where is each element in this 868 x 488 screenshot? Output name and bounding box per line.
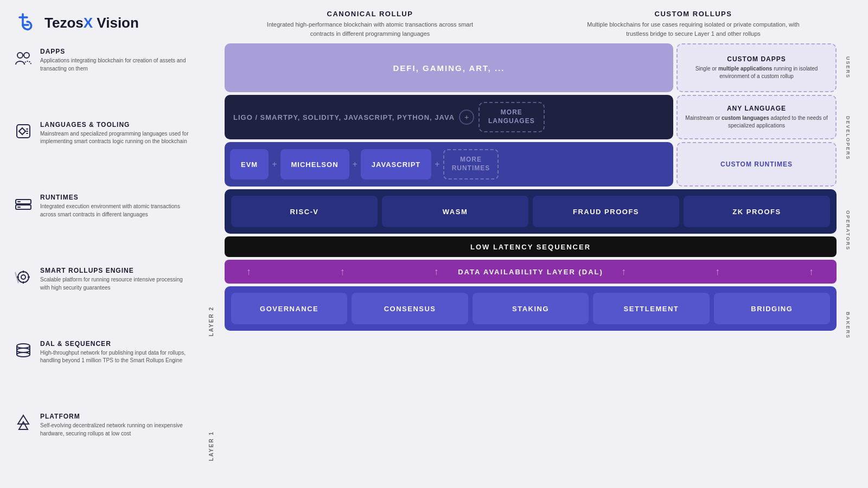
sidebar-desc-languages: Mainstream and specialized programming l… bbox=[40, 130, 191, 146]
layer1-label: LAYER 1 bbox=[208, 431, 214, 461]
dal-icon bbox=[13, 340, 34, 361]
runtime-michelson: MICHELSON bbox=[280, 149, 349, 179]
header-columns: CANONICAL ROLLUP Integrated high-perform… bbox=[165, 10, 855, 38]
logo-area: TezosX Vision bbox=[13, 10, 165, 36]
custom-dapps-desc-bold: multiple applications bbox=[718, 66, 772, 72]
layer1-block: GOVERNANCE CONSENSUS STAKING SETTLEMENT bbox=[225, 286, 837, 331]
sidebar-title-languages: LANGUAGES & TOOLING bbox=[40, 121, 191, 129]
canonical-dapps: DEFI, GAMING, ART, ... bbox=[225, 43, 673, 92]
svg-point-15 bbox=[17, 352, 30, 357]
svg-point-0 bbox=[17, 53, 23, 58]
rollups-row: RISC-V WASM FRAUD PROOFS ZK PROOFS bbox=[225, 189, 837, 234]
header: TezosX Vision CANONICAL ROLLUP Integrate… bbox=[13, 10, 855, 38]
more-languages-text: MORELANGUAGES bbox=[488, 108, 535, 125]
dapps-row: DEFI, GAMING, ART, ... CUSTOM DAPPS Sing… bbox=[225, 43, 837, 92]
runtime-evm: EVM bbox=[230, 149, 269, 179]
svg-marker-17 bbox=[19, 422, 28, 429]
sidebar-item-runtimes: RUNTIMES Integrated execution environmen… bbox=[13, 189, 191, 262]
more-languages-block: MORELANGUAGES bbox=[478, 102, 545, 132]
dapps-icon bbox=[13, 48, 34, 68]
sidebar: DAPPS Applications integrating blockchai… bbox=[13, 43, 197, 481]
canonical-languages: LIGO / SMARTPY, SOLIDITY, JAVASCRIPT, PY… bbox=[225, 95, 673, 139]
layer2-label-container: LAYER 2 bbox=[208, 232, 214, 411]
custom-runtimes-text: CUSTOM RUNTIMES bbox=[720, 160, 793, 168]
diagram-and-right: DEFI, GAMING, ART, ... CUSTOM DAPPS Sing… bbox=[225, 43, 855, 481]
main-content: DAPPS Applications integrating blockchai… bbox=[13, 43, 855, 481]
sidebar-text-dapps: DAPPS Applications integrating blockchai… bbox=[40, 48, 191, 73]
custom-runtimes-container: CUSTOM RUNTIMES bbox=[676, 142, 837, 187]
dapps-main-text: DEFI, GAMING, ART, ... bbox=[393, 63, 505, 73]
header-canonical: CANONICAL ROLLUP Integrated high-perform… bbox=[256, 10, 484, 38]
any-language-title: ANY LANGUAGE bbox=[727, 105, 786, 112]
sequencer-text: LOW LATENCY SEQUENCER bbox=[470, 243, 591, 251]
custom-dapps-container: CUSTOM DAPPS Single or multiple applicat… bbox=[676, 43, 837, 92]
layer-labels: LAYER 2 LAYER 1 bbox=[197, 43, 225, 481]
svg-point-13 bbox=[17, 344, 30, 348]
right-role-labels: USERS DEVELOPERS OPERATORS BAKERS bbox=[841, 43, 855, 481]
languages-main-block: LIGO / SMARTPY, SOLIDITY, JAVASCRIPT, PY… bbox=[225, 95, 673, 139]
layer1-label-container: LAYER 1 bbox=[208, 411, 214, 481]
rollup-zk-proofs: ZK PROOFS bbox=[684, 196, 830, 227]
runtime-plus-3: + bbox=[435, 159, 439, 169]
languages-row: LIGO / SMARTPY, SOLIDITY, JAVASCRIPT, PY… bbox=[225, 95, 837, 139]
diagram-inner: DEFI, GAMING, ART, ... CUSTOM DAPPS Sing… bbox=[225, 43, 837, 481]
logo-tezos: Tezos bbox=[44, 15, 84, 31]
sidebar-item-rollups-engine: SMART ROLLUPS ENGINE Scalable platform f… bbox=[13, 262, 191, 336]
sidebar-title-dapps: DAPPS bbox=[40, 48, 191, 55]
sequencer-block: LOW LATENCY SEQUENCER bbox=[225, 236, 837, 257]
canonical-runtimes: EVM + MICHELSON + JAVASCRIPT + bbox=[225, 142, 673, 187]
runtime-javascript: JAVASCRIPT bbox=[361, 149, 431, 179]
runtimes-icon bbox=[13, 194, 34, 214]
custom-languages-container: ANY LANGUAGE Mainstream or custom langua… bbox=[676, 95, 837, 139]
custom-dapps-desc: Single or multiple applications running … bbox=[684, 65, 829, 80]
dal-arrow-7: ↑ bbox=[809, 266, 815, 278]
l1-bridging: BRIDGING bbox=[714, 293, 830, 324]
role-users-label: USERS bbox=[845, 56, 851, 79]
page: TezosX Vision CANONICAL ROLLUP Integrate… bbox=[0, 0, 868, 488]
runtimes-row: EVM + MICHELSON + JAVASCRIPT + bbox=[225, 142, 837, 187]
custom-dapps-block: CUSTOM DAPPS Single or multiple applicat… bbox=[676, 43, 837, 92]
custom-title: CUSTOM ROLLUPS bbox=[579, 10, 807, 18]
custom-desc: Multiple blockchains for use cases requi… bbox=[579, 20, 807, 38]
any-lang-desc-p1: Mainstream or bbox=[685, 115, 722, 121]
any-language-desc: Mainstream or custom languages adapted t… bbox=[685, 114, 828, 130]
dal-row: ↑ ↑ ↑ ↑ ↑ ↑ ↑ DATA AVAILABILITY LAYER (D… bbox=[225, 260, 837, 284]
sidebar-desc-platform: Self-evolving decentralized network runn… bbox=[40, 422, 191, 438]
dal-block: ↑ ↑ ↑ ↑ ↑ ↑ ↑ DATA AVAILABILITY LAYER (D… bbox=[225, 260, 837, 284]
dapps-main-block: DEFI, GAMING, ART, ... bbox=[225, 43, 673, 92]
rollup-fraud-proofs: FRAUD PROOFS bbox=[533, 196, 679, 227]
platform-icon bbox=[13, 413, 34, 433]
sidebar-text-languages: LANGUAGES & TOOLING Mainstream and speci… bbox=[40, 121, 191, 146]
custom-dapps-desc-p1: Single or bbox=[695, 66, 718, 72]
sidebar-item-languages: LANGUAGES & TOOLING Mainstream and speci… bbox=[13, 117, 191, 190]
canonical-desc: Integrated high-performance blockchain w… bbox=[256, 20, 484, 38]
sidebar-desc-dapps: Applications integrating blockchain for … bbox=[40, 57, 191, 73]
runtimes-main-block: EVM + MICHELSON + JAVASCRIPT + bbox=[225, 142, 673, 187]
languages-icon bbox=[13, 121, 34, 142]
rollups-engine-icon bbox=[13, 267, 34, 287]
dal-arrow-2: ↑ bbox=[340, 266, 346, 278]
sidebar-item-dal: DAL & SEQUENCER High-throughput network … bbox=[13, 336, 191, 409]
diagram-wrapper: LAYER 2 LAYER 1 DEFI, GAMING, ART, ... bbox=[197, 43, 855, 481]
sequencer-row: LOW LATENCY SEQUENCER bbox=[225, 236, 837, 257]
sidebar-desc-runtimes: Integrated execution environment with at… bbox=[40, 203, 191, 219]
sidebar-title-platform: PLATFORM bbox=[40, 413, 191, 420]
l1-governance: GOVERNANCE bbox=[231, 293, 347, 324]
sidebar-text-platform: PLATFORM Self-evolving decentralized net… bbox=[40, 413, 191, 438]
runtime-more-block: MORERUNTIMES bbox=[443, 149, 499, 179]
role-bakers-label: BAKERS bbox=[845, 312, 851, 339]
dal-arrow-1: ↑ bbox=[246, 266, 252, 278]
svg-point-7 bbox=[18, 272, 29, 282]
logo-text: TezosX Vision bbox=[44, 15, 139, 31]
any-lang-desc-bold: custom languages bbox=[722, 115, 769, 121]
dal-text: DATA AVAILABILITY LAYER (DAL) bbox=[458, 268, 603, 276]
sidebar-title-dal: DAL & SEQUENCER bbox=[40, 340, 191, 348]
sidebar-title-runtimes: RUNTIMES bbox=[40, 194, 191, 201]
sidebar-title-rollups-engine: SMART ROLLUPS ENGINE bbox=[40, 267, 191, 274]
layer1-row: GOVERNANCE CONSENSUS STAKING SETTLEMENT bbox=[225, 286, 837, 331]
svg-point-14 bbox=[17, 348, 30, 352]
runtime-plus-2: + bbox=[353, 159, 358, 169]
sidebar-text-runtimes: RUNTIMES Integrated execution environmen… bbox=[40, 194, 191, 219]
role-operators-container: OPERATORS bbox=[841, 184, 855, 277]
svg-point-1 bbox=[24, 53, 29, 58]
